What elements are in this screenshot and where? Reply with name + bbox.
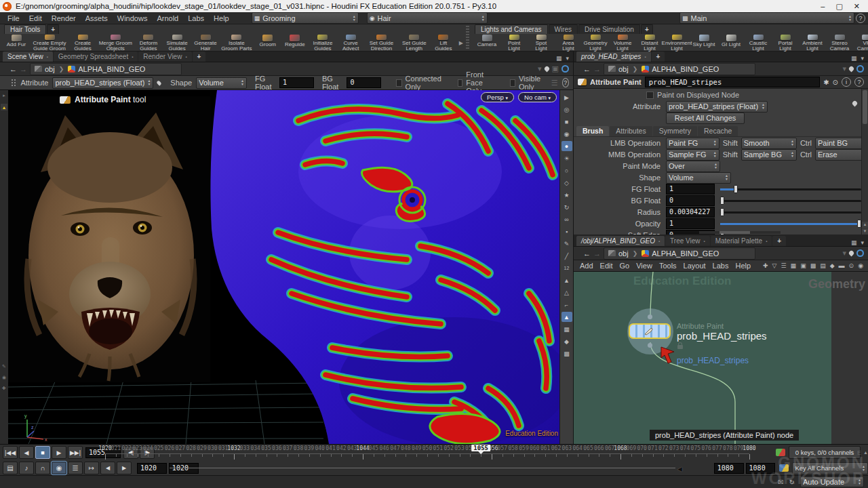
attribute-dropdown[interactable]: prob_HEAD_stripes (Float) [52, 77, 153, 89]
forward-icon[interactable]: → [593, 65, 601, 73]
param-tab-symmetry[interactable]: Symmetry [653, 126, 697, 136]
add-shelf-tab-button[interactable]: + [641, 24, 653, 34]
groom-shelf-tool[interactable]: Groom [254, 34, 281, 52]
path-dropdown-icon[interactable]: ▾ [842, 64, 846, 73]
pane-tab-render-view[interactable]: Render View▪ [138, 52, 191, 62]
reguide-shelf-tool[interactable]: Reguide [281, 34, 309, 52]
parameter-scrollbar[interactable]: ▲ ▼ [861, 89, 868, 235]
reset-all-changes-button[interactable]: Reset All Changes [666, 113, 745, 124]
point-light-toggle-icon[interactable]: ○ [561, 165, 572, 176]
paint-mode-dropdown[interactable]: Over [666, 161, 720, 172]
collapse-icon[interactable]: ▲ [863, 450, 868, 455]
normals-icon[interactable]: ▲ [561, 275, 572, 285]
shelf-tab-lights-and-cameras[interactable]: Lights and Cameras [475, 24, 548, 34]
anim-options-icon[interactable]: ▤ [3, 462, 18, 474]
range-end-input[interactable]: 1080 [746, 463, 776, 474]
keyframe-icon[interactable] [776, 449, 785, 456]
scene-viewport[interactable]: ▸ ▲ ✎ ◉ ✚ [0, 90, 573, 444]
paint-on-displayed-checkbox[interactable]: Paint on Displayed Node [646, 91, 739, 99]
node-crumb[interactable]: ALPHA_BIND_GEO [652, 65, 719, 73]
network-menu-add[interactable]: Add [576, 261, 597, 270]
param-tab-attributes[interactable]: Attributes [610, 126, 652, 136]
radius-slider[interactable] [720, 208, 861, 216]
portal-light-shelf-tool[interactable]: Portal Light [772, 34, 799, 52]
initialize-guides-shelf-tool[interactable]: Initialize Guides [309, 34, 337, 52]
stereo-camera-shelf-tool[interactable]: Stereo Camera [826, 34, 853, 52]
slider-handle[interactable] [720, 197, 724, 205]
menu-file[interactable]: File [3, 14, 24, 23]
vr-camera-shelf-tool[interactable]: VR Camera [853, 34, 868, 52]
desktop-dropdown[interactable]: ▩ Main [679, 12, 854, 24]
set-guide-direction-shelf-tool[interactable]: Set Guide Direction [364, 34, 399, 52]
go-start-button[interactable]: |◀◀ [3, 446, 18, 459]
param-tab-brush[interactable]: Brush [576, 126, 609, 136]
gear-icon[interactable]: ✱ [823, 79, 829, 86]
grooming-shelf-dropdown[interactable]: ▦ Grooming [252, 12, 359, 24]
breadcrumb[interactable]: obj ❯ ALPHA_BIND_GEO [604, 63, 755, 75]
range-start-button[interactable]: ◀ [100, 462, 115, 474]
pane-dropdown-icon[interactable]: ▾ [566, 55, 569, 62]
volume-light-shelf-tool[interactable]: Volume Light [609, 34, 636, 52]
network-menu-help[interactable]: Help [732, 261, 754, 270]
hair-shelf-dropdown[interactable]: ◉ Hair [367, 12, 488, 24]
opacity-input[interactable]: 1 [666, 218, 715, 229]
bg-float-input[interactable]: 0 [666, 195, 715, 206]
viewport-canvas[interactable]: Attribute Paint tool Persp ▾ No cam ▾ Ed… [8, 90, 559, 444]
node-name-input[interactable]: prob_HEAD_stripes [645, 77, 820, 87]
sky-light-shelf-tool[interactable]: Sky Light [690, 34, 717, 52]
pane-menu-icon[interactable]: ▦ [851, 55, 857, 62]
new-pane-tab-button[interactable]: + [772, 236, 786, 246]
pane-tab-tree-view[interactable]: Tree View▪ [665, 236, 710, 246]
realtime-toggle-icon[interactable]: ◉ [52, 462, 66, 474]
back-icon[interactable]: ← [9, 65, 17, 73]
lift-guides-shelf-tool[interactable]: Lift Guides [430, 34, 457, 52]
path-dropdown-icon[interactable]: ▾ [842, 249, 846, 258]
playback-end-input[interactable]: 1080 [714, 463, 744, 474]
pin-icon[interactable] [543, 66, 550, 73]
corner-ruler-icon[interactable]: ⌐ [561, 300, 572, 310]
info-icon[interactable]: i [842, 77, 851, 87]
lmb-ctrl-dropdown[interactable]: Paint BG [815, 138, 868, 149]
add-shelf-tab-button[interactable]: + [47, 24, 59, 34]
menu-help[interactable]: Help [209, 14, 234, 23]
network-menu-tools[interactable]: Tools [656, 261, 680, 270]
gi-light-shelf-tool[interactable]: GI Light [717, 34, 745, 52]
create-empty-guide-groom-shelf-tool[interactable]: Create Empty Guide Groom [30, 34, 69, 52]
caustic-light-shelf-tool[interactable]: Caustic Light [745, 34, 772, 52]
context-crumb[interactable]: obj [618, 249, 629, 258]
opacity-slider[interactable] [720, 220, 861, 228]
camera-shelf-tool[interactable]: Camera [473, 34, 500, 52]
pane-tab-geometry-spreadsheet[interactable]: Geometry Spreadsheet▪ [54, 52, 138, 62]
image-plane-icon[interactable]: ▩ [808, 262, 818, 269]
stow-arrow-icon[interactable]: ▸ [3, 93, 5, 98]
simulate-guides-shelf-tool[interactable]: Simulate Guides [162, 34, 192, 52]
refresh-icon[interactable]: ↻ [789, 479, 795, 486]
new-pane-tab-button[interactable]: + [652, 52, 665, 62]
area-light-shelf-tool[interactable]: Area Light [555, 34, 582, 52]
forward-icon[interactable]: → [20, 65, 27, 73]
bg-float-slider[interactable] [720, 197, 861, 205]
menu-arnold[interactable]: Arnold [152, 14, 183, 23]
pin-view-icon[interactable]: ◉ [561, 129, 572, 139]
range-end-button[interactable]: ▶ [117, 462, 132, 474]
color-palette-icon[interactable]: ▦ [789, 262, 799, 269]
close-button[interactable]: ✕ [854, 2, 860, 11]
playhead-marker[interactable]: 1055 [471, 445, 490, 451]
shape-dropdown[interactable]: Volume [196, 77, 247, 89]
group-display-icon[interactable]: ▩ [561, 348, 572, 359]
param-tab-recache[interactable]: Recache [698, 126, 738, 136]
pin-icon[interactable] [848, 66, 855, 73]
stow-tool-icon[interactable]: ◉ [2, 375, 6, 380]
key-nav-icon[interactable]: ↦ [84, 462, 99, 474]
search-icon[interactable]: ⊙ [833, 79, 838, 86]
message-icon[interactable]: ✉ [778, 479, 783, 486]
spot-light-shelf-tool[interactable]: Spot Light [528, 34, 555, 52]
network-menu-edit[interactable]: Edit [597, 261, 616, 270]
high-quality-icon[interactable]: ★ [561, 190, 572, 200]
forward-icon[interactable]: → [593, 249, 601, 258]
pane-menu-icon[interactable]: ▦ [556, 55, 562, 62]
menu-assets[interactable]: Assets [81, 14, 113, 23]
close-tab-icon[interactable]: ▪ [185, 55, 186, 59]
minimize-button[interactable]: – [821, 2, 825, 11]
snapshot-camera-icon[interactable]: ◉ [856, 262, 865, 269]
